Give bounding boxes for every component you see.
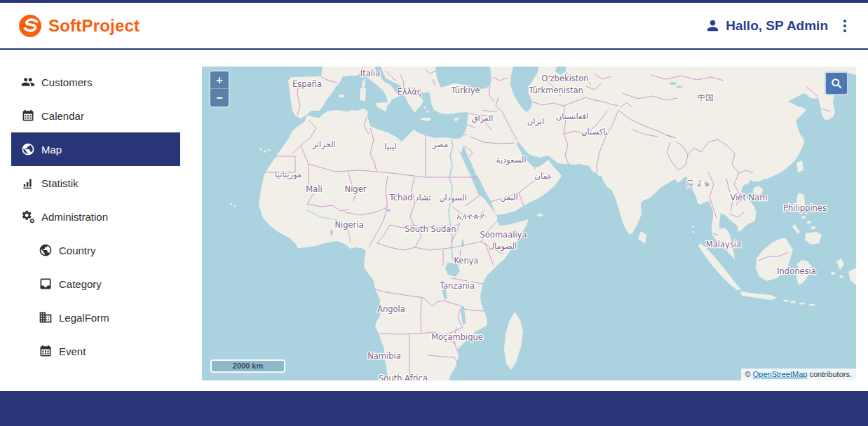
island-maluku-1 [831,272,835,275]
map-label: الجزائر [311,139,335,150]
map-label: السعودية [496,155,527,165]
sidebar-item-label: Map [41,144,62,156]
island-capeverde-1 [230,202,232,205]
map-scale-bar: 2000 km [210,359,285,373]
sidebar-item-legalform[interactable]: LegalForm [11,301,180,334]
map-label: Niger [345,184,367,194]
map-label: Indonesia [777,266,816,276]
sidebar-item-map[interactable]: Map [11,132,180,166]
map-label: Türkmenistan [528,85,583,95]
island-canary-1 [259,148,262,151]
island-sunda-4 [809,304,815,306]
map-label: موريتانيا [275,170,301,180]
island-maluku-2 [840,275,843,278]
map-label: ኢትዮጵያ [456,212,484,221]
map-label: España [292,79,322,89]
sidebar-item-label: Statistik [41,177,79,189]
map-label: Soomaaliya [480,230,527,240]
map-label: اليمن [500,192,518,202]
softproject-logo-icon [18,14,42,38]
map-label: မြန်မာ [686,179,710,189]
island-capeverde-2 [233,205,236,207]
search-icon[interactable] [825,71,848,95]
map-label: Việt Nam [731,193,768,202]
island-sardinia [360,88,366,101]
map-label: 中国 [698,92,714,102]
island-aegean-3 [427,111,429,113]
water-qinghai-lake-1 [670,82,677,85]
sidebar-item-label: Country [59,245,96,256]
map-label: Nigeria [334,220,363,230]
app-header: SoftProject Hallo, SP Admin [0,3,868,50]
map-label: پاکستان [581,127,608,137]
water-lake-chad [386,209,391,212]
map-label: South Sudan [405,224,456,234]
sidebar-item-calendar[interactable]: Calendar [11,99,180,132]
island-sunda-3 [799,303,805,305]
map-label: مصر [432,139,448,150]
map-label: Moçambique [431,332,483,342]
attribution-suffix: contributors. [807,370,852,378]
sidebar-item-label: Category [59,278,102,290]
water-lake-volta [330,230,333,235]
map-label: Philippines [783,203,827,213]
island-canary-2 [264,150,266,153]
island-visayas-2 [807,221,811,224]
island-andaman-1 [692,226,694,228]
map-label: السودان [439,193,467,203]
island-sunda-1 [783,300,789,302]
island-andaman-2 [693,231,695,233]
sidebar-item-label: Calendar [41,110,84,122]
footer-bar [0,391,868,426]
app-logo[interactable]: SoftProject [18,14,140,38]
calendar-icon [39,344,53,358]
map-viewport[interactable]: EspañaItaliaΕλλάςTürkiyeO'zbekistonTürkm… [202,67,856,380]
sidebar-item-statistik[interactable]: Statistik [11,166,180,200]
island-sunda-2 [790,301,796,303]
sidebar-nav: CustomersCalendarMapStatistikAdministrat… [0,50,202,380]
sidebar-item-label: LegalForm [59,312,109,324]
map-label: Angola [377,304,405,314]
sidebar-item-label: Administration [41,211,108,223]
zoom-in-button[interactable]: + [210,71,229,89]
kebab-menu-icon[interactable] [840,18,850,34]
globe-icon [21,142,35,156]
attribution-prefix: © [745,370,753,378]
openstreetmap-link[interactable]: OpenStreetMap [753,370,808,378]
map-zoom-control: + − [209,70,230,108]
map-label: الصومال [489,241,517,252]
openstreetmap-basemap: EspañaItaliaΕλλάςTürkiyeO'zbekistonTürkm… [202,67,856,380]
gears-icon [21,209,35,224]
map-label: Namibia [367,351,401,361]
sidebar-item-label: Event [59,345,86,357]
map-label: Italia [360,69,380,78]
calendar-icon [21,109,35,123]
map-label: Ελλάς [397,87,421,97]
map-label: O'zbekiston [541,74,588,83]
sidebar-item-customers[interactable]: Customers [11,65,180,99]
map-label: South Africa [379,373,428,380]
user-greeting: Hallo, SP Admin [726,18,828,34]
map-label: Mali [306,184,322,194]
island-socotra [537,214,543,217]
island-visayas-1 [801,216,806,219]
building-icon [39,310,53,324]
zoom-out-button[interactable]: − [210,89,229,106]
map-label: Tchad تشاد [389,193,431,202]
map-label: ايران [527,116,544,127]
sidebar-item-event[interactable]: Event [11,334,180,368]
island-mallorca [339,95,344,97]
sidebar-item-label: Customers [41,76,93,88]
sidebar-item-category[interactable]: Category [11,267,180,301]
map-label: Tanzania [439,281,475,291]
sidebar-item-country[interactable]: Country [11,233,180,267]
map-label: عمان [534,171,552,181]
sidebar-item-administration[interactable]: Administration [11,200,180,233]
water-lake-turkana [462,239,464,247]
map-label: العراق [472,114,494,124]
island-aegean-2 [424,106,426,109]
logo-text: SoftProject [48,16,140,36]
water-qinghai-lake-2 [677,86,682,88]
people-icon [21,75,35,89]
map-label: افغانستان [556,111,589,121]
